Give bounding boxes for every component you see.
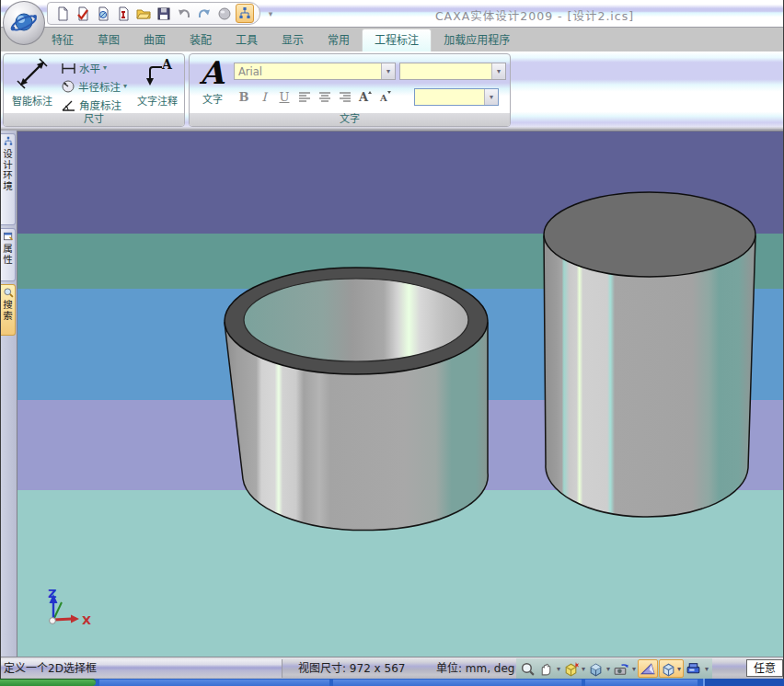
angle-dimension-icon	[61, 98, 76, 112]
chevron-down-icon[interactable]: ▾	[631, 665, 637, 673]
text-annotation-button[interactable]: A 文字注释	[131, 56, 184, 113]
start-button[interactable]	[0, 679, 96, 686]
snap-mode-box[interactable]: 任意	[746, 659, 783, 677]
font-size-combo[interactable]: ▾	[399, 63, 506, 80]
taskbar-button[interactable]	[99, 680, 329, 686]
text-annotation-icon: A	[140, 56, 175, 91]
blue-cube-icon	[588, 661, 604, 677]
sidebar-tab-label: 搜索	[1, 300, 15, 321]
angle-dimension-button[interactable]: 角度标注	[61, 97, 121, 112]
units-readout: 单位: mm, deg	[436, 657, 514, 680]
sidebar-tab-properties[interactable]: 属性	[1, 228, 16, 281]
taskbar-button[interactable]	[585, 680, 698, 686]
align-center-button[interactable]	[315, 87, 335, 106]
view-orientation-button[interactable]	[587, 659, 605, 678]
chevron-down-icon[interactable]: ▾	[676, 665, 682, 673]
underline-button[interactable]: U	[274, 87, 294, 106]
toolbar-more-button[interactable]: ▾	[264, 7, 277, 20]
render-engine-button[interactable]	[685, 659, 703, 678]
grow-font-button[interactable]: A	[355, 87, 375, 106]
wedge-render-icon	[640, 661, 656, 677]
zoom-button[interactable]	[519, 659, 536, 678]
svg-text:A: A	[379, 93, 387, 103]
solid-cylinder[interactable]	[544, 192, 755, 517]
horizontal-dimension-button[interactable]: 水平 ▾	[61, 61, 107, 75]
yellow-cube-icon	[563, 661, 579, 677]
tab-display[interactable]: 显示	[270, 29, 316, 51]
redo-button[interactable]	[195, 4, 213, 23]
bold-button[interactable]: B	[234, 87, 254, 106]
x-axis-arrow	[71, 615, 79, 623]
left-panel-bar: 设计环境 属性 搜索	[1, 131, 17, 657]
text-format-row: B I U A	[234, 87, 396, 106]
radius-dimension-button[interactable]: 半径标注 ▾	[61, 79, 127, 94]
tab-features[interactable]: 特征	[40, 29, 86, 51]
radius-dimension-icon	[61, 79, 75, 94]
caxa-logo-icon	[8, 7, 40, 39]
open-checked-button[interactable]	[74, 4, 92, 23]
sidebar-tab-design-environment[interactable]: 设计环境	[1, 133, 16, 225]
sphere-button[interactable]	[215, 4, 234, 23]
open-folder-button[interactable]	[134, 4, 153, 23]
smart-dimension-button[interactable]: 智能标注	[6, 56, 59, 113]
save-button[interactable]	[155, 4, 173, 23]
tab-tools[interactable]: 工具	[224, 29, 270, 51]
app-menu-orb[interactable]	[3, 1, 45, 45]
tab-assembly[interactable]: 装配	[178, 29, 224, 51]
smart-dimension-icon	[15, 56, 50, 91]
import-button[interactable]	[114, 4, 133, 23]
view-size-readout: 视图尺寸: 972 x 567	[298, 657, 405, 680]
system-tray	[703, 679, 784, 686]
new-document-icon	[55, 6, 70, 21]
new-from-template-icon	[96, 6, 110, 21]
shrink-font-button[interactable]: A	[375, 87, 396, 106]
tab-common[interactable]: 常用	[316, 29, 362, 51]
tab-sketch[interactable]: 草图	[86, 29, 132, 51]
new-from-template-button[interactable]	[94, 4, 112, 23]
sidebar-tab-label: 属性	[1, 244, 15, 265]
ribbon: 智能标注 水平 ▾ 半径标注 ▾ 角度标注	[1, 51, 783, 131]
save-icon	[156, 6, 171, 21]
horizontal-dimension-icon	[61, 63, 76, 74]
os-taskbar	[0, 679, 784, 686]
app-window: ▾ CAXA实体设计2009 - [设计2.ics] 特征 草图 曲面 装配 工…	[0, 0, 784, 686]
taskbar-button[interactable]	[333, 680, 582, 686]
design-tree-icon	[3, 136, 14, 147]
text-tool-button[interactable]: A 文字	[193, 56, 232, 113]
open-folder-icon	[136, 6, 151, 21]
chevron-down-icon[interactable]: ▾	[704, 665, 709, 673]
pan-button[interactable]	[537, 659, 555, 678]
render-mode-button[interactable]	[638, 659, 658, 678]
chevron-down-icon[interactable]: ▾	[484, 89, 498, 105]
sidebar-tab-search[interactable]: 搜索	[1, 284, 16, 336]
camera-orbit-button[interactable]	[612, 659, 630, 678]
font-family-value: Arial	[235, 65, 381, 78]
open-checked-icon	[75, 6, 90, 21]
text-tool-icon: A	[196, 56, 229, 89]
view-tools: ▾ ▾ ▾	[516, 658, 712, 679]
chevron-down-icon[interactable]: ▾	[381, 63, 395, 79]
tab-load-applications[interactable]: 加载应用程序	[432, 29, 522, 51]
chevron-down-icon[interactable]: ▾	[605, 665, 611, 673]
horizontal-dimension-label: 水平	[79, 61, 100, 75]
text-group-label: 文字	[190, 113, 510, 126]
align-right-button[interactable]	[335, 87, 355, 106]
chevron-down-icon[interactable]: ▾	[123, 83, 127, 90]
design-tree-button[interactable]	[236, 4, 254, 23]
new-document-button[interactable]	[53, 4, 72, 23]
tab-engineering-annotation[interactable]: 工程标注	[362, 29, 432, 51]
tab-surface[interactable]: 曲面	[132, 29, 178, 51]
text-style-combo[interactable]: ▾	[414, 88, 499, 106]
align-left-button[interactable]	[294, 87, 315, 106]
chevron-down-icon[interactable]: ▾	[556, 665, 561, 673]
chevron-down-icon[interactable]: ▾	[581, 665, 586, 673]
italic-button[interactable]: I	[254, 87, 274, 106]
design-viewport[interactable]: Z X	[17, 131, 783, 657]
open-cylinder-tube[interactable]	[225, 268, 488, 531]
chevron-down-icon[interactable]: ▾	[491, 63, 505, 79]
zoom-extents-button[interactable]	[562, 659, 580, 678]
undo-button[interactable]	[175, 4, 193, 23]
chevron-down-icon[interactable]: ▾	[103, 64, 107, 72]
display-style-button[interactable]: ▾	[659, 659, 684, 678]
font-family-combo[interactable]: Arial ▾	[234, 63, 396, 80]
